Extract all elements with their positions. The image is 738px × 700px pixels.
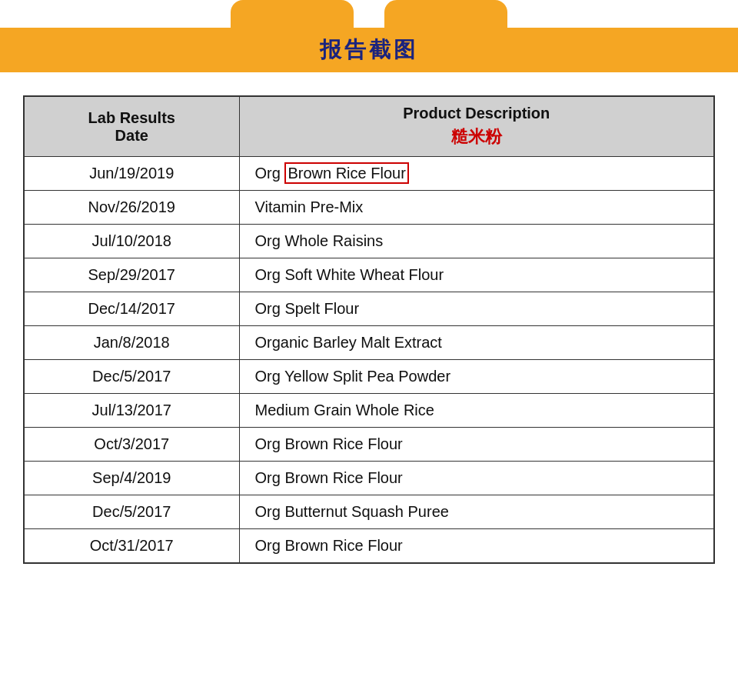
date-cell: Dec/14/2017: [24, 292, 239, 326]
date-cell: Dec/5/2017: [24, 360, 239, 394]
date-cell: Sep/29/2017: [24, 258, 239, 292]
table-row: Dec/14/2017Org Spelt Flour: [24, 292, 714, 326]
product-cell: Org Yellow Split Pea Powder: [239, 360, 714, 394]
date-cell: Dec/5/2017: [24, 495, 239, 529]
table-row: Oct/3/2017Org Brown Rice Flour: [24, 428, 714, 462]
date-cell: Oct/31/2017: [24, 529, 239, 564]
date-col-label: Lab ResultsDate: [88, 109, 175, 144]
date-cell: Jul/10/2018: [24, 225, 239, 258]
product-cell: Org Spelt Flour: [239, 292, 714, 326]
highlighted-product: Brown Rice Flour: [284, 162, 408, 184]
table-header-row: Lab ResultsDate Product Description 糙米粉: [24, 96, 714, 157]
table-row: Jun/19/2019Org Brown Rice Flour: [24, 157, 714, 191]
date-cell: Jun/19/2019: [24, 157, 239, 191]
col-product-header: Product Description 糙米粉: [239, 96, 714, 157]
header-banner: 报告截图: [0, 28, 738, 72]
date-cell: Nov/26/2019: [24, 191, 239, 225]
table-row: Dec/5/2017Org Butternut Squash Puree: [24, 495, 714, 529]
chinese-label: 糙米粉: [255, 125, 699, 148]
product-cell: Org Whole Raisins: [239, 225, 714, 258]
table-row: Sep/29/2017Org Soft White Wheat Flour: [24, 258, 714, 292]
table-row: Jan/8/2018Organic Barley Malt Extract: [24, 326, 714, 360]
product-cell: Org Brown Rice Flour: [239, 428, 714, 462]
col-date-header: Lab ResultsDate: [24, 96, 239, 157]
header-title: 报告截图: [320, 38, 418, 62]
table-row: Dec/5/2017Org Yellow Split Pea Powder: [24, 360, 714, 394]
product-cell: Organic Barley Malt Extract: [239, 326, 714, 360]
content-area: Lab ResultsDate Product Description 糙米粉 …: [0, 72, 738, 700]
table-row: Nov/26/2019Vitamin Pre-Mix: [24, 191, 714, 225]
table-row: Oct/31/2017Org Brown Rice Flour: [24, 529, 714, 564]
product-col-label: Product Description: [403, 105, 550, 122]
table-row: Jul/13/2017Medium Grain Whole Rice: [24, 394, 714, 428]
date-cell: Jul/13/2017: [24, 394, 239, 428]
product-cell: Org Soft White Wheat Flour: [239, 258, 714, 292]
product-cell: Medium Grain Whole Rice: [239, 394, 714, 428]
page-wrapper: 报告截图 Lab ResultsDate Product Description…: [0, 0, 738, 700]
table-row: Sep/4/2019Org Brown Rice Flour: [24, 462, 714, 495]
date-cell: Jan/8/2018: [24, 326, 239, 360]
data-table: Lab ResultsDate Product Description 糙米粉 …: [23, 95, 715, 564]
date-cell: Oct/3/2017: [24, 428, 239, 462]
product-cell: Org Brown Rice Flour: [239, 529, 714, 564]
right-tab: [384, 0, 507, 28]
top-tabs: [0, 0, 738, 28]
product-cell: Org Brown Rice Flour: [239, 462, 714, 495]
left-tab: [231, 0, 354, 28]
product-cell: Vitamin Pre-Mix: [239, 191, 714, 225]
table-row: Jul/10/2018Org Whole Raisins: [24, 225, 714, 258]
date-cell: Sep/4/2019: [24, 462, 239, 495]
product-cell: Org Butternut Squash Puree: [239, 495, 714, 529]
product-cell: Org Brown Rice Flour: [239, 157, 714, 191]
